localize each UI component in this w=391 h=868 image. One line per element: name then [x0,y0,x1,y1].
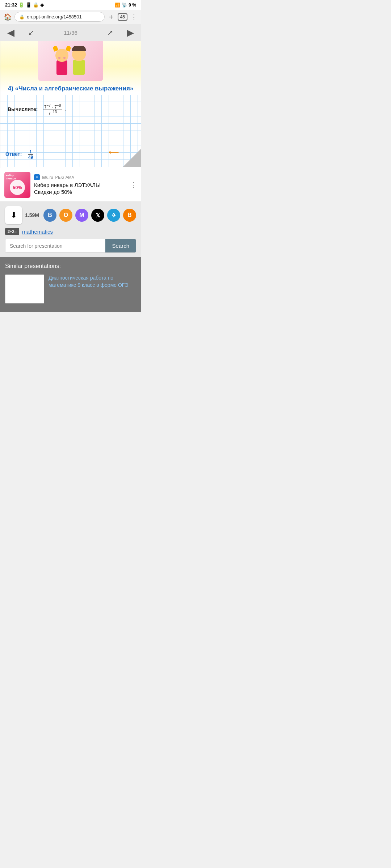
ad-title: Кибер январь в ЛЭТУАЛЬ!Скидки до 50% [34,182,127,196]
signal-icon: 📡 [122,3,127,8]
expand-button[interactable]: ⤢ [22,24,41,41]
ssl-icon: 🔒 [19,14,25,20]
presentation-title[interactable]: Диагностическая работа по математике 9 к… [49,275,136,303]
status-time: 21:32 🔋 📱 🔒 ◈ [5,2,44,8]
answer-fraction: 1 49 [27,149,34,160]
more-menu-icon[interactable]: ⋮ [130,13,138,21]
ad-more-button[interactable]: ⋮ [130,181,137,189]
add-tab-button[interactable]: ＋ [108,12,115,22]
share-icon: ↗ [107,28,113,37]
search-input[interactable] [5,239,105,252]
prev-slide-button[interactable]: ◀ [0,24,22,41]
slide-navigation: ◀ ⤢ 11/36 ↗ ▶ [0,24,141,41]
file-size: 1.59M [25,212,39,218]
problem-label: Вычислите: [8,106,38,112]
battery-icon: 🔋 [18,2,24,8]
slide-body: Вычислите: 7−7 · 7−8 7−13 . Ответ: 1 49 [0,95,141,167]
tabs-count[interactable]: 45 [118,13,127,21]
slide-problem: Вычислите: 7−7 · 7−8 7−13 . [8,98,134,118]
vk-icon: 📱 [26,2,31,8]
ad-banner[interactable]: киберянварь 50% ≡ letu.ru РЕКЛАМА Кибер … [0,168,141,202]
blogger-share-button[interactable]: B [123,209,136,222]
battery-level: 9 % [129,3,136,8]
ad-source-name: letu.ru [42,175,53,179]
ad-label: РЕКЛАМА [55,175,74,179]
social-icons: В О М 𝕏 ✈ B [43,209,136,222]
nfc-icon: ◈ [40,2,44,8]
social-row: ⬇ 1.59M В О М 𝕏 ✈ B [5,206,136,224]
similar-title: Similar presentations: [5,263,136,269]
presentation-thumbnail [5,275,44,303]
page-info: 11/36 [41,30,101,36]
ad-source: ≡ letu.ru РЕКЛАМА [34,174,127,180]
status-bar: 21:32 🔋 📱 🔒 ◈ 📶 📡 9 % [0,0,141,10]
slide-inner: 4) «Числа и алгебраические выражения» Вы… [0,41,141,168]
share-button[interactable]: ↗ [101,24,119,41]
social-section: ⬇ 1.59M В О М 𝕏 ✈ B 2+2= mathematics Sea… [0,202,141,257]
answer-label: Ответ: [5,151,22,157]
url-text: en.ppt-online.org/1458501 [27,14,82,20]
answer-arrow-icon: ⟵ [109,148,119,156]
source-icon: ≡ [34,174,40,180]
ok-share-button[interactable]: О [59,209,72,222]
search-bar: Search [5,239,136,253]
category-tag: 2+2= mathematics [5,228,136,235]
expand-icon: ⤢ [28,28,34,37]
download-button[interactable]: ⬇ [5,206,22,224]
similar-section: Similar presentations: Диагностическая р… [0,257,141,312]
search-button[interactable]: Search [105,239,136,252]
answer-section: Ответ: 1 49 [5,149,35,160]
next-arrow-icon: ▶ [127,27,134,38]
wifi-icon: 📶 [115,3,120,8]
math-fraction: 7−7 · 7−8 7−13 [43,103,62,116]
slide-title: 4) «Числа и алгебраические выражения» [0,81,141,95]
x-share-button[interactable]: 𝕏 [91,209,104,222]
category-label[interactable]: mathematics [22,229,53,235]
ad-content: ≡ letu.ru РЕКЛАМА Кибер январь в ЛЭТУАЛЬ… [34,174,127,196]
home-icon[interactable]: 🏠 [4,13,12,21]
security-icon: 🔒 [33,2,39,8]
browser-bar: 🏠 🔒 en.ppt-online.org/1458501 ＋ 45 ⋮ [0,10,141,24]
ad-image: киберянварь 50% [4,172,30,198]
url-bar[interactable]: 🔒 en.ppt-online.org/1458501 [14,12,105,22]
presentation-card[interactable]: Диагностическая работа по математике 9 к… [5,275,136,303]
slide-character-image [38,41,103,81]
my-share-button[interactable]: М [75,209,88,222]
page-curl-decoration [123,149,141,167]
status-right: 📶 📡 9 % [115,3,136,8]
category-icon: 2+2= [5,228,19,235]
next-slide-button[interactable]: ▶ [119,24,141,41]
prev-arrow-icon: ◀ [7,27,14,38]
slide-characters [0,41,141,81]
telegram-share-button[interactable]: ✈ [107,209,120,222]
slide-content: 4) «Числа и алгебраические выражения» Вы… [0,41,141,168]
time-display: 21:32 [5,2,17,8]
vk-share-button[interactable]: В [43,209,56,222]
